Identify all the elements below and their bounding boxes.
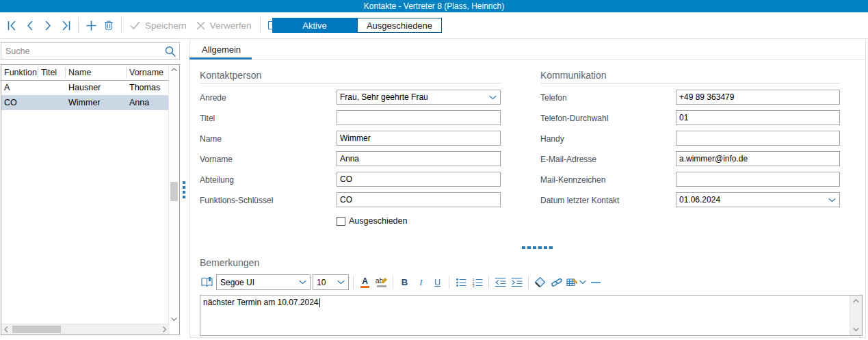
main-panel-right-border (865, 40, 866, 337)
add-record-icon (86, 21, 96, 31)
horizontal-splitter-handle[interactable] (522, 246, 553, 249)
label-handy: Handy (540, 134, 564, 144)
italic-button[interactable]: I (414, 274, 428, 291)
indent-icon (511, 277, 523, 287)
label-telefon-durchwahl: Telefon-Durchwahl (540, 114, 608, 123)
label-mail-kennzeichen: Mail-Kennzeichen (540, 175, 605, 185)
vertical-splitter-handle[interactable] (183, 181, 185, 198)
section-title-kontaktperson: Kontaktperson (200, 70, 261, 81)
scroll-down-icon[interactable] (850, 324, 861, 335)
bemerkungen-textarea[interactable]: nächster Termin am 10.07.2024 (200, 295, 863, 336)
font-color-button[interactable]: A (358, 274, 372, 291)
scrollbar-thumb[interactable] (12, 326, 61, 333)
last-record-icon (60, 21, 71, 31)
next-record-button[interactable] (40, 16, 56, 35)
window-title: Kontakte - Vertreter 8 (Plass, Heinrich) (364, 1, 504, 11)
underline-icon: U (434, 278, 440, 287)
first-record-button[interactable] (4, 16, 21, 35)
email-adresse-input[interactable] (676, 151, 840, 166)
notes-scrollbar[interactable] (850, 296, 862, 335)
scroll-down-icon[interactable] (169, 315, 179, 324)
label-email-adresse: E-Mail-Adresse (540, 155, 596, 164)
column-header-titel[interactable]: Titel (38, 67, 66, 79)
scroll-up-icon[interactable] (850, 296, 861, 306)
tab-allgemein[interactable]: Allgemein (202, 44, 241, 55)
table-vertical-scrollbar[interactable] (168, 65, 179, 324)
vorname-input[interactable] (337, 151, 501, 166)
contact-row-selected[interactable]: CO Wimmer Anna (1, 95, 169, 110)
main-panel-left-border (189, 40, 190, 337)
column-header-funktion[interactable]: Funktion (1, 67, 38, 79)
font-family-select[interactable]: Segoe UI (216, 274, 311, 290)
search-input[interactable] (1, 46, 161, 57)
indent-button[interactable] (510, 274, 524, 291)
text-module-button[interactable] (200, 274, 214, 291)
titel-input[interactable] (337, 110, 501, 125)
funktions-schluessel-input[interactable] (337, 192, 501, 207)
add-record-button[interactable] (83, 16, 99, 35)
table-edit-icon (566, 277, 578, 288)
name-input[interactable] (337, 131, 501, 146)
highlight-button[interactable]: ab (374, 274, 389, 291)
anrede-value: Frau, Sehr geehrte Frau (340, 92, 428, 102)
hyperlink-button[interactable] (549, 274, 564, 291)
notes-text: nächster Termin am 10.07.2024 (203, 298, 319, 307)
datum-letzter-kontakt-select[interactable]: 01.06.2024 (676, 192, 840, 207)
toolbar-separator (393, 276, 393, 289)
chevron-down-icon (337, 280, 345, 285)
column-header-name[interactable]: Name (66, 67, 127, 79)
datum-value: 01.06.2024 (679, 195, 720, 205)
telefon-durchwahl-input[interactable] (676, 110, 840, 125)
font-size-select[interactable]: 10 (313, 274, 349, 290)
tab-ausgeschiedene-label: Ausgeschiedene (367, 21, 432, 31)
tab-active-indicator (189, 57, 252, 60)
tab-aktive[interactable]: Aktive (272, 18, 357, 33)
editor-toolbar: Segoe UI 10 A ab B I U 123 (200, 273, 603, 291)
toolbar-separator (121, 17, 122, 34)
cell-vorname: Thomas (127, 83, 169, 92)
outdent-button[interactable] (493, 274, 508, 291)
bold-button[interactable]: B (397, 274, 412, 291)
section-rule (200, 83, 501, 83)
label-abteilung: Abteilung (200, 175, 234, 185)
ausgeschieden-checkbox[interactable]: Ausgeschieden (337, 216, 407, 226)
save-button-label: Speichern (145, 21, 187, 31)
scroll-right-icon[interactable] (160, 326, 170, 332)
contact-row[interactable]: A Hausner Thomas (1, 80, 169, 95)
toolbar-separator (488, 276, 489, 289)
numbered-list-button[interactable]: 123 (470, 274, 484, 291)
underline-button[interactable]: U (430, 274, 445, 291)
label-telefon: Telefon (540, 93, 567, 103)
bullet-list-button[interactable] (453, 274, 468, 291)
discard-x-icon (196, 21, 205, 30)
abteilung-input[interactable] (337, 172, 501, 187)
previous-record-button[interactable] (22, 16, 38, 35)
bullet-list-icon (456, 278, 466, 287)
search-button[interactable] (161, 43, 179, 59)
table-horizontal-scrollbar[interactable] (1, 324, 170, 335)
hyperlink-icon (551, 277, 563, 288)
search-box (1, 42, 180, 60)
checkbox-box[interactable] (337, 217, 345, 226)
table-edit-button[interactable] (566, 274, 586, 291)
delete-record-button[interactable] (101, 16, 117, 35)
font-family-value: Segoe UI (220, 278, 254, 287)
last-record-button[interactable] (57, 16, 74, 35)
column-header-vorname[interactable]: Vorname (127, 67, 169, 79)
anrede-select[interactable]: Frau, Sehr geehrte Frau (337, 90, 501, 105)
toolbar-separator (353, 276, 354, 289)
scroll-left-icon[interactable] (1, 326, 11, 332)
mail-kennzeichen-input[interactable] (676, 172, 840, 187)
discard-button[interactable]: Verwerfen (196, 21, 252, 31)
scroll-up-icon[interactable] (169, 65, 179, 75)
handy-input[interactable] (676, 131, 840, 146)
chevron-down-icon (579, 280, 586, 285)
telefon-input[interactable] (676, 90, 840, 105)
discard-button-label: Verwerfen (210, 21, 252, 31)
tab-ausgeschiedene[interactable]: Ausgeschiedene (357, 18, 442, 33)
horizontal-line-button[interactable] (588, 274, 603, 291)
scrollbar-thumb[interactable] (170, 182, 178, 201)
diamond-button[interactable] (533, 274, 547, 291)
save-button[interactable]: Speichern (130, 21, 187, 31)
first-record-icon (7, 21, 18, 31)
